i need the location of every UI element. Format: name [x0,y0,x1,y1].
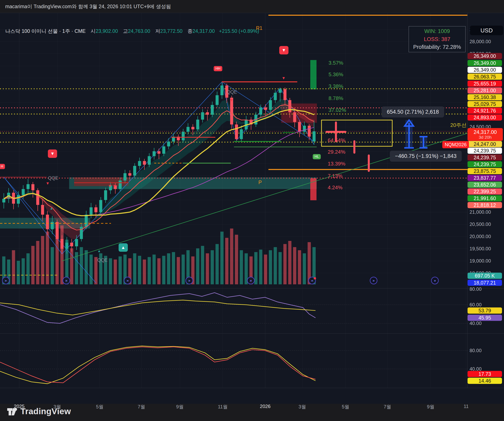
price-axis-badge: 26,349.00 [468,67,502,73]
sell-signal-marker[interactable]: ▼ [279,46,288,54]
tradingview-wordmark[interactable]: TradingView [20,407,71,416]
time-axis-label[interactable]: 2026 [260,403,270,409]
time-axis-label[interactable]: 3월 [299,403,306,410]
volume-bar [230,228,233,284]
replay-anchor-icon[interactable]: » [247,277,255,284]
time-axis-label[interactable]: 2025 [14,403,24,409]
volume-bar [181,255,185,284]
percent-label-red: 29.24% [328,149,345,155]
change-value: +215.50 (+0.89%) [219,28,259,34]
price-axis-badge: 18,077.21 [468,280,502,286]
price-axis-badge: 26,349.00 [468,60,502,66]
candle-body [303,126,306,132]
time-axis-label[interactable]: 7월 [138,403,145,410]
price-axis-badge: 26,063.75 [468,74,502,80]
price-axis-label: 60.00 [469,302,503,308]
tradingview-screenshot: macarima이 TradingView.com와 함께 3월 24, 202… [0,0,504,421]
low-label: 저 [155,28,160,34]
time-axis-label[interactable]: 7월 [384,403,391,410]
ema-cloud-segment [91,218,96,221]
volume-bar [84,250,88,285]
volume-bar [133,253,136,284]
candle-body [46,215,49,229]
attribution-text: macarima이 TradingView.com와 함께 3월 24, 202… [5,3,171,10]
time-axis-label[interactable]: 9월 [176,403,184,410]
price-axis-badge: 23,875.75 [468,168,502,174]
time-axis-label[interactable]: 11월 [218,403,228,410]
price-axis-badge: 25,655.19 [468,81,502,87]
small-sell-triangle: ▼ [230,98,234,102]
percent-label-green: 5.36% [329,71,343,78]
symbol-title-row[interactable]: 나스닥 100 이미니 선물 · 1주 · CME 시23,902.00 고24… [5,28,259,35]
ema-cloud-segment [207,115,212,139]
volume-bar [36,241,39,284]
price-axis-badge: 24,239.75 [468,148,502,154]
high-label: H [0,164,5,169]
time-axis-label[interactable]: 11 [464,403,469,409]
higher-low-label: HL [313,154,321,159]
percent-label-green: 3.57% [329,60,343,66]
volume-bar [109,258,112,284]
volume-bar [143,259,146,284]
sell-signal-marker[interactable]: ▼ [48,149,57,158]
volume-bar [157,258,161,284]
volume-bar [298,250,301,285]
volume-bar [119,257,122,285]
candle-body [216,95,219,105]
time-axis-label[interactable]: 9월 [427,403,434,410]
price-axis-badge: 24,247.00 [468,141,502,147]
volume-bar [51,247,54,284]
time-axis-label[interactable]: 5월 [96,403,103,410]
price-axis-badge: 697.05 K [468,273,502,279]
volume-bar [240,250,243,285]
replay-anchor-icon[interactable]: » [62,277,70,284]
volume-bar [60,226,64,285]
volume-bar [41,236,44,284]
volume-bar [269,250,272,285]
volume-bar [259,250,262,284]
small-sell-triangle: ▼ [282,76,286,81]
volume-bar [46,232,49,285]
candle-body [293,112,296,122]
candle-body [99,200,102,212]
20-week-line-label: 20주선 [450,122,467,129]
candle-body [17,195,20,204]
price-axis-badge: 25,029.75 [468,101,502,107]
replay-anchor-icon[interactable]: » [370,277,377,284]
red-range-bar [368,154,370,172]
candle-body [22,189,25,195]
price-axis-badge: 24,921.76 [468,108,502,114]
currency-button[interactable]: USD [470,26,503,35]
candle-body [312,131,316,141]
price-axis-badge: 25,160.38 [468,94,502,100]
price-axis-badge: 23,837.77 [468,175,502,181]
time-axis-label[interactable]: 5월 [342,403,349,410]
symbol-title[interactable]: 나스닥 100 이미니 선물 · 1주 · CME [5,28,85,34]
price-axis-badge: 26,349.00 [468,53,502,59]
chart-canvas[interactable] [0,13,504,404]
time-axis-label[interactable]: 3월 [54,403,61,410]
buy-signal-marker[interactable]: ▲ [119,243,128,252]
indicator-name-qqe: QQE [48,175,58,181]
open-label: 시 [90,28,96,34]
candle-body [157,151,161,154]
volume-bar [172,252,175,284]
price-axis-badge: 14.46 [468,378,502,384]
indicator-name-qqe: QQE [97,257,108,263]
price-axis-label: 21,000.00 [469,209,503,215]
chart-region[interactable]: 나스닥 100 이미니 선물 · 1주 · CME 시23,902.00 고24… [0,13,504,404]
replay-anchor-icon[interactable]: » [124,277,132,284]
volume-bar [148,257,151,284]
contract-label: NQM2026 [442,141,469,148]
higher-high-label: HH [214,66,222,71]
small-buy-triangle: ▲ [97,249,101,253]
volume-bar [196,248,199,284]
loss-count: LOSS: 387 [409,36,465,42]
candle-body [167,141,170,146]
replay-anchor-icon[interactable]: » [186,277,193,284]
win-count: WIN: 1009 [409,28,465,35]
ema-cloud-segment [125,182,130,200]
replay-anchor-icon[interactable]: » [431,277,439,284]
candle-body [240,129,243,139]
replay-anchor-icon[interactable]: » [2,277,10,284]
